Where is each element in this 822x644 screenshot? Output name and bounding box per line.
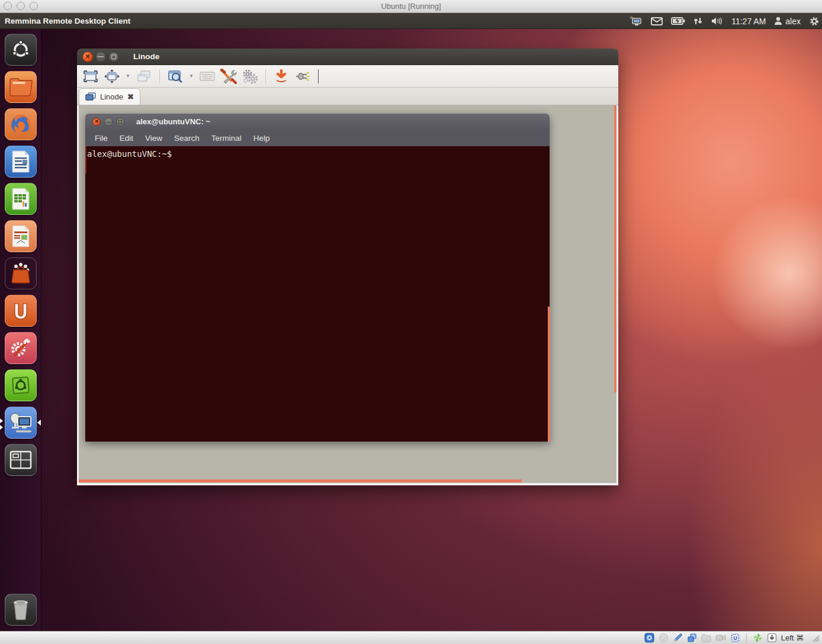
gears-icon bbox=[242, 69, 258, 84]
gear-wrench-icon bbox=[9, 336, 33, 360]
remote-desktop-view[interactable]: ✕ — ▢ alex@ubuntuVNC: ~ File Edit View S… bbox=[77, 105, 618, 485]
username-label: alex bbox=[785, 17, 801, 26]
launcher-item-libreoffice-calc[interactable] bbox=[5, 183, 37, 215]
impress-document-icon bbox=[11, 224, 31, 248]
menu-file[interactable]: File bbox=[89, 132, 114, 144]
folder-icon bbox=[9, 77, 33, 97]
scaled-mode-icon bbox=[168, 69, 183, 83]
redraw-artifact bbox=[614, 105, 616, 392]
shopping-bag-icon bbox=[9, 262, 33, 285]
terminal-content[interactable]: alex@ubuntuVNC:~$ bbox=[85, 146, 550, 442]
remmina-maximize-button[interactable]: ▢ bbox=[108, 51, 119, 62]
svg-text:U: U bbox=[733, 635, 737, 641]
shell-prompt: alex@ubuntuVNC:~$ bbox=[87, 149, 172, 159]
minimize-window-button[interactable] bbox=[272, 67, 290, 85]
terminal-close-button[interactable]: ✕ bbox=[92, 118, 101, 126]
duplicate-connection-button[interactable] bbox=[135, 67, 153, 85]
launcher-item-workspace-switcher[interactable] bbox=[5, 444, 37, 476]
launcher-item-firefox[interactable] bbox=[5, 108, 37, 140]
launcher-item-libreoffice-writer[interactable] bbox=[5, 146, 37, 178]
launcher-item-files[interactable] bbox=[5, 71, 37, 103]
video-capture-status-icon[interactable] bbox=[715, 634, 726, 642]
host-window-title: Ubuntu [Running] bbox=[0, 0, 822, 13]
hard-disk-status-icon[interactable] bbox=[644, 633, 654, 643]
session-gear-icon[interactable] bbox=[809, 16, 820, 27]
app-menu-title[interactable]: Remmina Remote Desktop Client bbox=[5, 17, 130, 25]
mail-indicator-icon[interactable] bbox=[651, 17, 663, 25]
fit-window-button[interactable] bbox=[103, 67, 121, 85]
ubuntu-one-icon bbox=[10, 300, 31, 321]
host-key-label: Left ⌘ bbox=[781, 633, 804, 642]
launcher-item-ubuntu-one[interactable] bbox=[5, 295, 37, 327]
remmina-window: ✕ — ▢ Linode ▼ ▼ bbox=[77, 49, 618, 485]
shared-folder-status-icon[interactable] bbox=[701, 633, 711, 642]
menu-edit[interactable]: Edit bbox=[114, 132, 139, 144]
remmina-minimize-button[interactable]: — bbox=[95, 51, 106, 62]
launcher-item-system-settings[interactable] bbox=[5, 332, 37, 364]
resize-grip[interactable] bbox=[811, 634, 820, 642]
shared-clipboard-status-icon[interactable] bbox=[687, 633, 697, 643]
plug-icon bbox=[295, 70, 310, 83]
network-indicator-icon[interactable] bbox=[693, 17, 703, 25]
scaled-mode-button[interactable] bbox=[166, 67, 184, 85]
toolbar-separator bbox=[318, 69, 319, 83]
terminal-titlebar[interactable]: ✕ — ▢ alex@ubuntuVNC: ~ bbox=[85, 114, 550, 130]
scaled-mode-dropdown[interactable]: ▼ bbox=[188, 67, 195, 85]
remmina-close-button[interactable]: ✕ bbox=[82, 51, 93, 62]
launcher-item-libreoffice-impress[interactable] bbox=[5, 220, 37, 252]
ubuntu-logo-icon bbox=[10, 39, 31, 60]
launcher-item-dash-home[interactable] bbox=[5, 34, 37, 66]
remmina-focused-indicator bbox=[37, 420, 41, 426]
battery-indicator-icon[interactable] bbox=[671, 17, 685, 25]
terminal-minimize-button[interactable]: — bbox=[104, 118, 113, 126]
firefox-icon bbox=[8, 112, 33, 137]
terminal-window-title: alex@ubuntuVNC: ~ bbox=[136, 117, 210, 126]
grab-keyboard-button[interactable] bbox=[198, 67, 216, 85]
tab-close-icon[interactable]: ✖ bbox=[127, 92, 134, 101]
launcher-item-software-center[interactable] bbox=[5, 257, 37, 289]
workspace-grid-icon bbox=[9, 450, 32, 469]
ubuntu-top-panel: Remmina Remote Desktop Client 11:27 AM a… bbox=[0, 13, 822, 29]
terminal-menubar: File Edit View Search Terminal Help bbox=[85, 130, 550, 146]
fit-window-icon bbox=[104, 69, 120, 83]
mouse-integration-status-icon[interactable] bbox=[753, 633, 763, 643]
host-titlebar: Ubuntu [Running] bbox=[0, 0, 822, 13]
redraw-artifact bbox=[79, 479, 522, 482]
statusbar-separator bbox=[746, 633, 747, 643]
duplicate-icon bbox=[137, 70, 151, 83]
disconnect-button[interactable] bbox=[294, 67, 312, 85]
tools-button[interactable] bbox=[220, 67, 237, 85]
pencil-status-icon[interactable] bbox=[673, 633, 683, 643]
trash-icon bbox=[11, 598, 31, 621]
unity-launcher bbox=[0, 29, 41, 631]
preferences-button[interactable] bbox=[241, 67, 259, 85]
green-ubuntu-icon bbox=[9, 374, 32, 397]
optical-disc-status-icon[interactable] bbox=[659, 633, 669, 643]
terminal-maximize-button[interactable]: ▢ bbox=[116, 118, 124, 126]
tools-icon bbox=[220, 69, 237, 84]
clock[interactable]: 11:27 AM bbox=[731, 17, 766, 26]
tab-label: Linode bbox=[100, 92, 123, 101]
host-key-state-icon[interactable] bbox=[767, 633, 777, 643]
screen: Ubuntu [Running] Remmina Remote Desktop … bbox=[0, 0, 822, 644]
menu-terminal[interactable]: Terminal bbox=[205, 132, 248, 144]
fit-window-dropdown[interactable]: ▼ bbox=[124, 67, 131, 85]
volume-indicator-icon[interactable] bbox=[711, 17, 723, 25]
launcher-item-remmina[interactable] bbox=[5, 407, 37, 439]
user-menu[interactable]: alex bbox=[774, 17, 801, 26]
menu-view[interactable]: View bbox=[139, 132, 168, 144]
remote-desktop-indicator-icon[interactable] bbox=[630, 16, 643, 27]
keyboard-icon bbox=[200, 71, 215, 82]
toggle-fullscreen-button[interactable] bbox=[82, 67, 99, 85]
menu-search[interactable]: Search bbox=[168, 132, 205, 144]
remmina-running-indicator bbox=[0, 418, 3, 430]
virtualization-chip-status-icon[interactable]: U bbox=[730, 633, 740, 643]
menu-help[interactable]: Help bbox=[248, 132, 276, 144]
remmina-titlebar[interactable]: ✕ — ▢ Linode bbox=[77, 49, 618, 65]
tab-linode[interactable]: Linode ✖ bbox=[79, 88, 140, 105]
launcher-item-software-updater[interactable] bbox=[5, 369, 37, 401]
launcher-item-trash[interactable] bbox=[5, 594, 37, 626]
redraw-artifact bbox=[85, 146, 86, 173]
redraw-artifact bbox=[548, 307, 550, 442]
vbox-statusbar: U Left ⌘ bbox=[0, 631, 822, 644]
